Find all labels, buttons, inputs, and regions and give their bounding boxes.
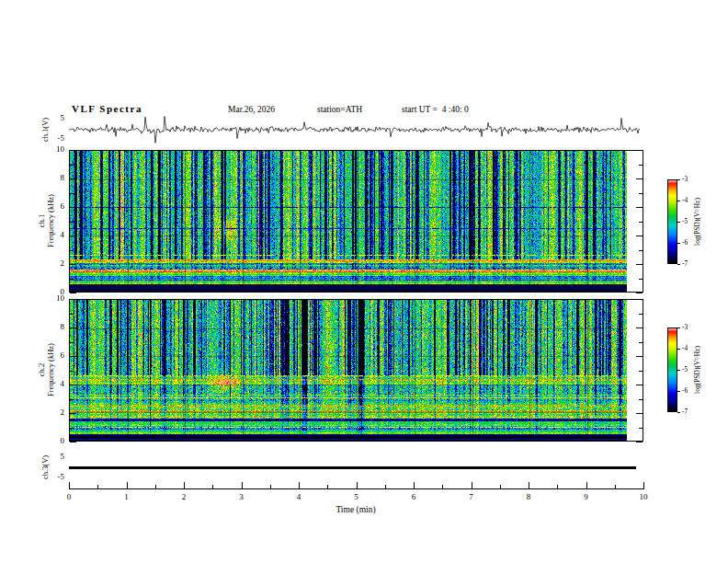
x-tick-label: 0 [58, 492, 80, 501]
colorbar-tick [677, 349, 680, 350]
ch1-freq-tick [636, 293, 643, 293]
ch1-freq-tick [70, 293, 76, 293]
x-tick [242, 482, 243, 488]
ch2-freq-tick [639, 399, 643, 400]
ch2-freq-tick [70, 299, 76, 300]
ch2-freq-tick [636, 413, 643, 414]
ch2-spectrogram-panel [69, 299, 643, 442]
x-tick [472, 482, 472, 488]
ch1-freq-tick [70, 264, 76, 265]
colorbar-tick [677, 222, 680, 223]
colorbar-tick [677, 391, 680, 392]
ch2-freq-tick-label: 2 [37, 408, 64, 417]
ch3-ytick-label: -5 [37, 472, 64, 481]
ch1-freq-tick [639, 165, 643, 166]
ch2-freq-tick [70, 399, 74, 400]
colorbar2 [667, 327, 677, 412]
colorbar-tick-label: -4 [682, 196, 699, 204]
x-tick-label: 10 [632, 492, 654, 501]
time-axis-title: Time (min) [310, 505, 402, 514]
ch2-spectrogram-image [70, 300, 627, 441]
ch2-freq-tick-label: 0 [37, 436, 64, 445]
colorbar-tick [677, 412, 680, 413]
colorbar1 [667, 179, 677, 264]
x-tick-label: 8 [518, 492, 540, 501]
ch1-freq-tick [639, 222, 643, 223]
colorbar-tick-label: -6 [682, 238, 699, 247]
ch1-freq-tick [636, 264, 643, 265]
x-tick-label: 1 [116, 492, 138, 501]
ch1-wave-ytick-label: -5 [37, 133, 64, 143]
x-minor-tick [270, 485, 271, 488]
ch1-spectrogram-panel [69, 150, 643, 293]
ch3-ytick-label: 5 [37, 452, 64, 461]
colorbar-tick [677, 370, 680, 371]
ch2-freq-tick [70, 413, 76, 414]
ch2-freq-tick-label: 4 [37, 379, 64, 388]
ch2-freq-tick [70, 342, 74, 343]
x-tick [127, 482, 128, 488]
ch2-freq-tick [639, 371, 643, 372]
colorbar-tick-label: -7 [682, 408, 699, 416]
ch1-freq-tick [70, 150, 76, 151]
ch2-freq-tick-label: 8 [37, 322, 64, 331]
ch1-freq-tick [70, 165, 74, 166]
ch1-freq-tick [636, 178, 643, 179]
station-label: station=ATH [317, 105, 362, 114]
ch2-freq-tick [70, 356, 76, 357]
ch2-freq-tick [70, 428, 74, 429]
page-title: VLF Spectra [72, 103, 142, 114]
x-minor-tick [385, 485, 386, 488]
x-minor-tick [500, 485, 501, 488]
colorbar-tick [677, 243, 680, 244]
x-tick [357, 482, 358, 488]
colorbar-tick [677, 327, 680, 328]
ch2-freq-tick-label: 10 [37, 293, 64, 303]
ch2-freq-tick [639, 428, 643, 429]
ch1-freq-tick [70, 207, 76, 208]
x-minor-tick [327, 485, 328, 488]
ch1-freq-tick [70, 193, 74, 194]
ch1-freq-tick [636, 207, 643, 208]
ch1-freq-tick [639, 250, 643, 251]
colorbar-tick-label: -7 [682, 259, 699, 268]
date-label: Mar.26, 2026 [228, 105, 275, 114]
x-tick [643, 482, 644, 488]
ch1-waveform-plot [69, 116, 641, 144]
ch2-freq-tick [636, 442, 643, 442]
ch1-freq-tick [70, 222, 74, 223]
ch1-freq-tick-label: 6 [37, 201, 64, 211]
colorbar-tick-label: -3 [682, 175, 699, 183]
ch3-flatline-trace [69, 466, 636, 469]
ch1-freq-tick [639, 279, 643, 280]
x-tick-label: 3 [231, 492, 253, 501]
ch2-freq-tick [636, 385, 643, 385]
x-minor-tick [212, 485, 213, 488]
x-tick [184, 482, 185, 488]
ch2-freq-tick [70, 327, 76, 328]
ch2-freq-tick [70, 442, 76, 442]
x-tick-label: 7 [461, 492, 483, 501]
ch1-wave-ytick-label: 5 [37, 113, 64, 122]
x-minor-tick [155, 485, 156, 488]
x-tick [529, 482, 529, 488]
x-tick-label: 6 [403, 492, 425, 501]
vlf-spectra-page: VLF Spectra Mar.26, 2026 station=ATH sta… [0, 0, 728, 563]
x-minor-tick [97, 485, 98, 488]
ch2-freq-tick [639, 314, 643, 315]
x-minor-tick [557, 485, 558, 488]
colorbar-tick-label: -4 [682, 344, 699, 352]
ch2-freq-tick [636, 327, 643, 328]
ch1-spectrogram-image [70, 151, 627, 292]
x-tick-label: 5 [346, 492, 368, 501]
x-tick [299, 482, 300, 488]
x-tick [586, 482, 587, 488]
ch1-freq-tick-label: 10 [37, 144, 64, 154]
ch1-freq-tick [70, 250, 74, 251]
colorbar-tick-label: -6 [682, 386, 699, 395]
colorbar-tick-label: -5 [682, 365, 699, 373]
x-minor-tick [615, 485, 616, 488]
ch2-freq-tick [70, 385, 76, 385]
colorbar-tick [677, 179, 680, 180]
ch2-freq-tick [639, 342, 643, 343]
